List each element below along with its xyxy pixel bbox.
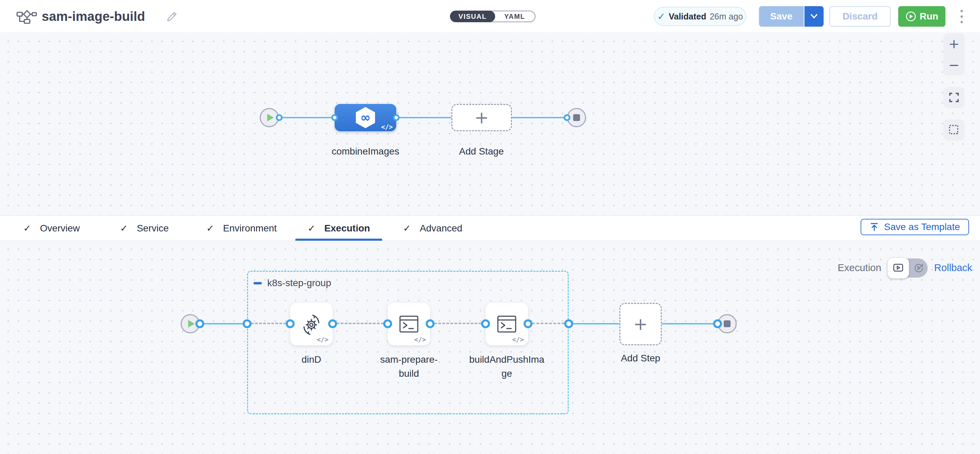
port[interactable] xyxy=(328,319,337,328)
edge-addstep-to-end xyxy=(662,323,718,324)
tab-label: Overview xyxy=(40,223,80,234)
port[interactable] xyxy=(276,114,283,121)
stop-square-icon xyxy=(724,320,730,327)
validated-label: Validated xyxy=(669,12,706,22)
edge-buildpush-to-groupend xyxy=(528,323,569,324)
pipeline-icon xyxy=(16,10,37,25)
plus-icon: + xyxy=(475,109,489,126)
port[interactable] xyxy=(286,319,294,328)
validated-badge[interactable]: ✓ Validated 26m ago xyxy=(654,7,746,26)
port[interactable] xyxy=(393,114,400,121)
code-badge-icon: </> xyxy=(317,336,328,343)
toggle-visual[interactable]: VISUAL xyxy=(450,11,495,22)
top-bar: sam-image-build VISUAL YAML ✓ Validated … xyxy=(0,0,980,33)
tab-execution[interactable]: ✓ Execution xyxy=(295,216,382,241)
stage-node-combineimages[interactable]: ∞ </> xyxy=(335,104,396,131)
validated-time: 26m ago xyxy=(710,12,743,22)
port[interactable] xyxy=(331,114,338,121)
edit-title-icon[interactable] xyxy=(165,11,178,23)
pipeline-studio: sam-image-build VISUAL YAML ✓ Validated … xyxy=(0,0,980,454)
check-icon: ✓ xyxy=(206,223,214,233)
visual-yaml-toggle: VISUAL YAML xyxy=(450,11,536,22)
execution-mode-label: Execution xyxy=(838,262,881,273)
marquee-select-icon xyxy=(948,124,959,135)
edge-group-to-addstep xyxy=(569,323,619,324)
add-step-node[interactable]: + xyxy=(619,303,662,345)
port[interactable] xyxy=(243,319,251,328)
port[interactable] xyxy=(426,319,434,328)
save-as-template-button[interactable]: Save as Template xyxy=(861,219,969,235)
execution-toggle-segment[interactable] xyxy=(887,257,909,279)
add-stage-label: Add Stage xyxy=(437,146,526,157)
terminal-icon xyxy=(399,316,418,333)
edge-addstage-to-end xyxy=(512,117,567,118)
collapse-minus-icon[interactable] xyxy=(253,282,262,284)
kebab-menu-button[interactable] xyxy=(954,6,969,27)
run-button[interactable]: Run xyxy=(898,6,945,27)
stage-label: combineImages xyxy=(321,146,410,157)
execution-canvas: Execution Rollback k8s-step-group xyxy=(0,241,980,454)
port[interactable] xyxy=(713,319,722,328)
add-stage-node[interactable]: + xyxy=(451,104,512,131)
rollback-link[interactable]: Rollback xyxy=(934,262,972,273)
step-node-dind[interactable]: </> xyxy=(290,303,332,345)
edge-group-to-dind xyxy=(247,323,290,324)
upload-icon xyxy=(869,222,879,232)
plus-icon: + xyxy=(633,316,648,333)
edge-samprepare-to-buildpush xyxy=(430,323,485,324)
fullscreen-button[interactable] xyxy=(943,87,965,108)
active-tab-underline xyxy=(295,239,382,241)
check-icon: ✓ xyxy=(657,11,665,22)
edge-start-to-stage xyxy=(279,117,335,118)
step-label: sam-prepare-build xyxy=(371,352,447,381)
tab-label: Execution xyxy=(325,223,370,234)
check-icon: ✓ xyxy=(120,223,128,233)
port[interactable] xyxy=(481,319,490,328)
infinity-icon: ∞ xyxy=(360,111,371,124)
gear-sync-icon xyxy=(300,313,323,335)
fullscreen-icon xyxy=(949,92,959,103)
port[interactable] xyxy=(564,319,573,328)
check-icon: ✓ xyxy=(23,223,31,233)
add-step-label: Add Step xyxy=(603,351,678,365)
step-node-sam-prepare-build[interactable]: </> xyxy=(388,303,430,345)
save-button[interactable]: Save xyxy=(759,6,804,27)
tab-label: Advanced xyxy=(420,223,463,234)
page-title: sam-image-build xyxy=(42,0,145,33)
rollback-toggle-segment[interactable] xyxy=(910,259,928,278)
run-label: Run xyxy=(920,11,938,22)
tab-environment[interactable]: ✓ Environment xyxy=(194,216,289,241)
code-badge-icon: </> xyxy=(414,336,426,343)
play-triangle-icon xyxy=(188,320,195,327)
execution-play-icon xyxy=(893,264,904,273)
marquee-select-button[interactable] xyxy=(943,119,965,141)
execution-rollback-toggle[interactable] xyxy=(888,259,928,278)
discard-button[interactable]: Discard xyxy=(829,6,891,27)
edge-start-to-group xyxy=(200,323,247,324)
port[interactable] xyxy=(383,319,392,328)
edge-stage-to-addstage xyxy=(396,117,451,118)
step-label: dinD xyxy=(274,352,349,367)
chevron-down-icon xyxy=(810,14,818,19)
zoom-out-button[interactable]: − xyxy=(948,59,959,71)
stage-canvas: ∞ </> + combineImages Add Stage + − xyxy=(0,33,980,215)
port[interactable] xyxy=(523,319,533,328)
tab-label: Environment xyxy=(223,223,277,234)
rollback-icon xyxy=(914,263,924,273)
edge-dind-to-samprepare xyxy=(332,323,388,324)
step-label: buildAndPushImage xyxy=(469,352,544,381)
zoom-in-button[interactable]: + xyxy=(948,37,959,50)
stop-square-icon xyxy=(573,114,580,121)
step-node-buildandpushimage[interactable]: </> xyxy=(485,303,528,345)
toggle-yaml[interactable]: YAML xyxy=(494,11,536,22)
port[interactable] xyxy=(563,114,570,121)
code-badge-icon: </> xyxy=(381,123,393,130)
tab-advanced[interactable]: ✓ Advanced xyxy=(391,216,475,241)
ci-stage-hexagon-icon: ∞ xyxy=(356,107,375,128)
code-badge-icon: </> xyxy=(512,336,524,343)
tab-overview[interactable]: ✓ Overview xyxy=(11,216,92,241)
port[interactable] xyxy=(196,319,204,328)
tab-service[interactable]: ✓ Service xyxy=(108,216,181,241)
save-dropdown-button[interactable] xyxy=(805,6,824,27)
terminal-icon xyxy=(497,316,516,333)
